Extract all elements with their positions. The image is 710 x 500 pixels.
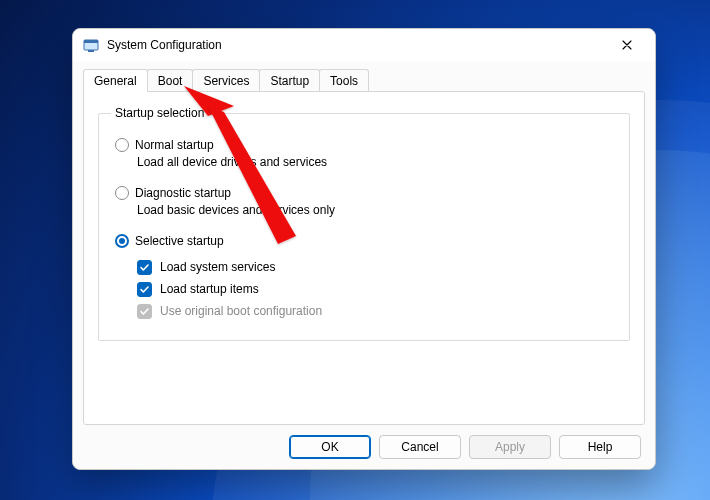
startup-selection-group: Startup selection Normal startup Load al…	[98, 106, 630, 341]
check-icon	[139, 306, 150, 317]
button-label: OK	[321, 440, 338, 454]
window-title: System Configuration	[107, 38, 222, 52]
option-normal-startup: Normal startup Load all device drivers a…	[115, 136, 617, 170]
radio-label[interactable]: Normal startup	[135, 136, 214, 154]
button-label: Help	[588, 440, 613, 454]
svg-rect-1	[84, 40, 98, 43]
close-button[interactable]	[605, 30, 649, 60]
tab-startup[interactable]: Startup	[259, 69, 320, 92]
tab-services[interactable]: Services	[192, 69, 260, 92]
tab-general[interactable]: General	[83, 69, 148, 92]
tab-label: Tools	[330, 74, 358, 88]
checkbox-label: Use original boot configuration	[160, 300, 322, 322]
tab-label: Boot	[158, 74, 183, 88]
app-icon	[83, 37, 99, 53]
apply-button: Apply	[469, 435, 551, 459]
group-legend: Startup selection	[111, 106, 208, 120]
check-icon	[139, 262, 150, 273]
radio-label[interactable]: Selective startup	[135, 232, 224, 250]
radio-selective-startup[interactable]	[115, 234, 129, 248]
help-button[interactable]: Help	[559, 435, 641, 459]
checkbox-label[interactable]: Load startup items	[160, 278, 259, 300]
tab-label: Startup	[270, 74, 309, 88]
checkbox-load-startup-items[interactable]	[137, 282, 152, 297]
option-diagnostic-startup: Diagnostic startup Load basic devices an…	[115, 184, 617, 218]
checkbox-use-original-boot-config	[137, 304, 152, 319]
system-configuration-window: System Configuration General Boot Servic…	[72, 28, 656, 470]
tab-boot[interactable]: Boot	[147, 69, 194, 92]
tab-strip: General Boot Services Startup Tools	[83, 67, 645, 91]
desktop-background: System Configuration General Boot Servic…	[0, 0, 710, 500]
close-icon	[622, 40, 632, 50]
tab-tools[interactable]: Tools	[319, 69, 369, 92]
cancel-button[interactable]: Cancel	[379, 435, 461, 459]
svg-rect-2	[88, 50, 94, 52]
client-area: General Boot Services Startup Tools Star…	[73, 61, 655, 469]
radio-diagnostic-startup[interactable]	[115, 186, 129, 200]
option-selective-startup: Selective startup Load system services	[115, 232, 617, 322]
ok-button[interactable]: OK	[289, 435, 371, 459]
check-icon	[139, 284, 150, 295]
checkbox-label[interactable]: Load system services	[160, 256, 275, 278]
titlebar: System Configuration	[73, 29, 655, 61]
radio-normal-startup[interactable]	[115, 138, 129, 152]
dialog-buttons: OK Cancel Apply Help	[83, 425, 645, 459]
radio-label[interactable]: Diagnostic startup	[135, 184, 231, 202]
button-label: Cancel	[401, 440, 438, 454]
tab-page-general: Startup selection Normal startup Load al…	[83, 91, 645, 425]
checkbox-load-system-services[interactable]	[137, 260, 152, 275]
tab-label: General	[94, 74, 137, 88]
option-desc: Load basic devices and services only	[137, 202, 617, 218]
button-label: Apply	[495, 440, 525, 454]
option-desc: Load all device drivers and services	[137, 154, 617, 170]
selective-suboptions: Load system services Load startup items	[137, 256, 617, 322]
tab-label: Services	[203, 74, 249, 88]
